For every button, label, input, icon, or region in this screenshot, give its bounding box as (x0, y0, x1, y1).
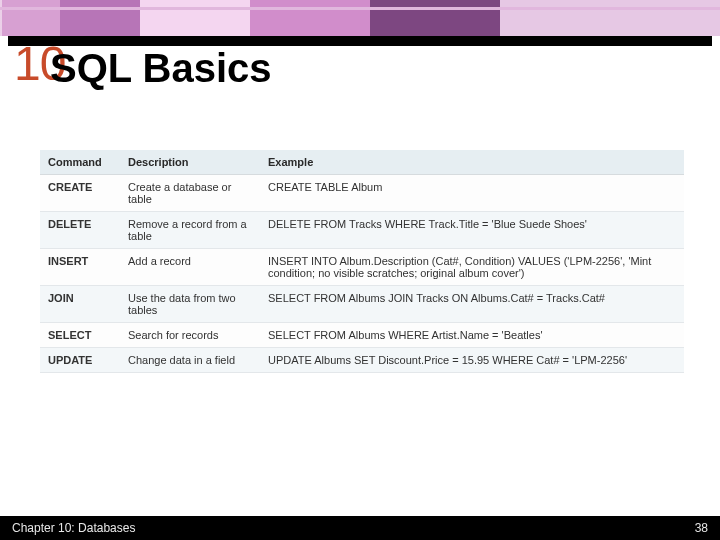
cell-description: Create a database or table (120, 175, 260, 212)
header-decoration (0, 0, 720, 36)
cell-example: UPDATE Albums SET Discount.Price = 15.95… (260, 348, 684, 373)
cell-command: UPDATE (40, 348, 120, 373)
footer-bar: Chapter 10: Databases 38 (0, 516, 720, 540)
cell-example: INSERT INTO Album.Description (Cat#, Con… (260, 249, 684, 286)
page-title: SQL Basics (50, 46, 272, 91)
cell-description: Add a record (120, 249, 260, 286)
cell-description: Search for records (120, 323, 260, 348)
slide: 10 SQL Basics Command Description Exampl… (0, 0, 720, 540)
cell-command: JOIN (40, 286, 120, 323)
footer-page-number: 38 (695, 521, 708, 535)
cell-example: CREATE TABLE Album (260, 175, 684, 212)
cell-command: INSERT (40, 249, 120, 286)
col-header-command: Command (40, 150, 120, 175)
sql-commands-table: Command Description Example CREATE Creat… (40, 150, 684, 373)
header-line (0, 7, 720, 10)
cell-description: Change data in a field (120, 348, 260, 373)
cell-command: DELETE (40, 212, 120, 249)
cell-command: CREATE (40, 175, 120, 212)
table-row: DELETE Remove a record from a table DELE… (40, 212, 684, 249)
cell-description: Remove a record from a table (120, 212, 260, 249)
chapter-number: 10 (14, 42, 42, 85)
col-header-example: Example (260, 150, 684, 175)
table-row: CREATE Create a database or table CREATE… (40, 175, 684, 212)
cell-example: SELECT FROM Albums WHERE Artist.Name = '… (260, 323, 684, 348)
cell-description: Use the data from two tables (120, 286, 260, 323)
col-header-description: Description (120, 150, 260, 175)
table-row: INSERT Add a record INSERT INTO Album.De… (40, 249, 684, 286)
cell-example: SELECT FROM Albums JOIN Tracks ON Albums… (260, 286, 684, 323)
cell-example: DELETE FROM Tracks WHERE Track.Title = '… (260, 212, 684, 249)
table-row: UPDATE Change data in a field UPDATE Alb… (40, 348, 684, 373)
header-black-bar (8, 36, 712, 46)
cell-command: SELECT (40, 323, 120, 348)
table-row: JOIN Use the data from two tables SELECT… (40, 286, 684, 323)
table-row: SELECT Search for records SELECT FROM Al… (40, 323, 684, 348)
footer-left: Chapter 10: Databases (12, 521, 135, 535)
table-header-row: Command Description Example (40, 150, 684, 175)
